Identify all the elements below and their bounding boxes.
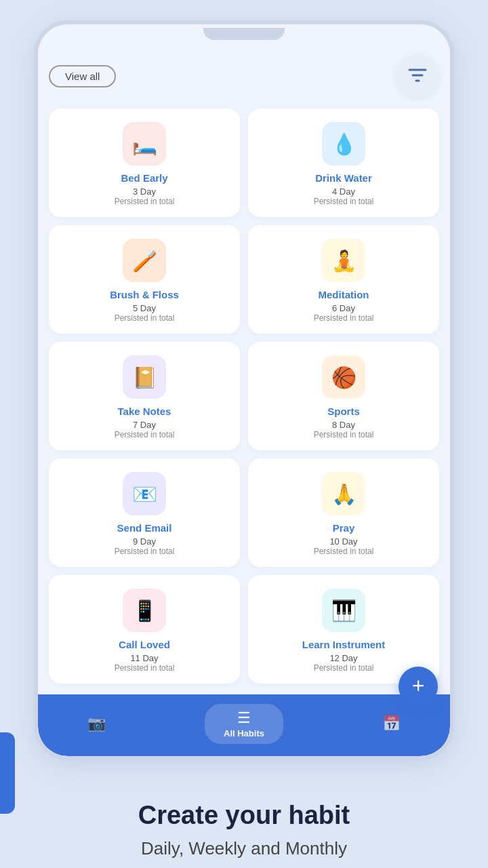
list-icon: ☰ [237, 709, 251, 727]
habit-card[interactable]: 🛏️Bed Early3 DayPersisted in total [49, 108, 240, 217]
habit-icon-wrap: 🪥 [123, 239, 166, 282]
habit-persisted: Persisted in total [115, 313, 175, 323]
habit-card[interactable]: 📧Send Email9 DayPersisted in total [49, 458, 240, 567]
habit-day: 10 Day [329, 536, 357, 547]
blue-accent-bar [0, 732, 15, 814]
habit-icon-wrap: 📔 [123, 355, 166, 399]
filter-icon [407, 65, 428, 87]
habit-day: 6 Day [332, 303, 355, 313]
habit-day: 9 Day [133, 536, 156, 547]
habit-name: Brush & Floss [110, 289, 179, 300]
habit-card[interactable]: 📱Call Loved11 DayPersisted in total [49, 575, 240, 684]
habit-name: Take Notes [118, 406, 171, 417]
habit-icon-wrap: 🧘 [322, 239, 365, 282]
habit-name: Drink Water [315, 172, 372, 184]
habit-name: Learn Instrument [302, 639, 386, 650]
habit-day: 8 Day [332, 420, 355, 430]
habit-icon-wrap: 🙏 [322, 472, 365, 515]
habit-persisted: Persisted in total [115, 663, 175, 673]
habit-icon-wrap: 📧 [123, 472, 166, 515]
habit-persisted: Persisted in total [115, 430, 175, 439]
plus-icon: + [412, 675, 425, 696]
habit-persisted: Persisted in total [314, 313, 374, 323]
nav-habits[interactable]: ☰ All Habits [205, 704, 283, 744]
habit-card[interactable]: 💧Drink Water4 DayPersisted in total [248, 108, 439, 217]
habit-icon-wrap: 🏀 [322, 355, 365, 399]
home-icon: 📷 [87, 715, 106, 732]
habit-icon-wrap: 🛏️ [123, 122, 166, 165]
calendar-icon: 📅 [382, 715, 401, 732]
habit-name: Call Loved [119, 639, 170, 650]
habit-day: 3 Day [133, 186, 156, 197]
phone-frame: View all 🛏️Bed Early3 DayPersisted in to… [34, 20, 454, 760]
view-all-button[interactable]: View all [49, 65, 116, 87]
nav-home[interactable]: 📷 [87, 715, 106, 734]
phone-notch [203, 28, 285, 40]
habit-icon-wrap: 💧 [322, 122, 365, 165]
habit-card[interactable]: 🏀Sports8 DayPersisted in total [248, 342, 439, 450]
habit-name: Send Email [117, 522, 172, 534]
nav-calendar[interactable]: 📅 [382, 715, 401, 734]
habit-day: 4 Day [332, 186, 355, 197]
nav-habits-label: All Habits [224, 728, 264, 738]
habit-icon-wrap: 📱 [123, 589, 166, 632]
habit-name: Sports [327, 406, 360, 417]
habit-card[interactable]: 🪥Brush & Floss5 DayPersisted in total [49, 225, 240, 334]
phone-top-bar [38, 24, 450, 43]
filter-button[interactable] [396, 54, 439, 98]
promo-subtitle: Daily, Weekly and Monthly [141, 838, 347, 859]
bottom-nav: 📷 ☰ All Habits 📅 [38, 694, 450, 756]
habit-name: Pray [333, 522, 355, 534]
habits-grid: 🛏️Bed Early3 DayPersisted in total💧Drink… [49, 108, 439, 694]
promo-title: Create your habit [138, 801, 350, 830]
habit-name: Meditation [319, 289, 369, 300]
habit-name: Bed Early [121, 172, 167, 184]
habit-card[interactable]: 🧘Meditation6 DayPersisted in total [248, 225, 439, 334]
habit-icon-wrap: 🎹 [322, 589, 365, 632]
habit-day: 5 Day [133, 303, 156, 313]
habit-persisted: Persisted in total [314, 663, 374, 673]
header-row: View all [49, 54, 439, 98]
habit-card[interactable]: 🙏Pray10 DayPersisted in total [248, 458, 439, 567]
habit-persisted: Persisted in total [314, 547, 374, 556]
habit-persisted: Persisted in total [115, 547, 175, 556]
habit-persisted: Persisted in total [115, 197, 175, 206]
habit-day: 12 Day [329, 653, 357, 663]
habit-persisted: Persisted in total [314, 430, 374, 439]
habit-day: 11 Day [130, 653, 158, 663]
habit-card[interactable]: 📔Take Notes7 DayPersisted in total [49, 342, 240, 450]
promo-section: Create your habit Daily, Weekly and Mont… [0, 760, 488, 868]
app-content: View all 🛏️Bed Early3 DayPersisted in to… [38, 43, 450, 694]
habit-persisted: Persisted in total [314, 197, 374, 206]
add-habit-fab[interactable]: + [399, 667, 438, 706]
habit-day: 7 Day [133, 420, 156, 430]
